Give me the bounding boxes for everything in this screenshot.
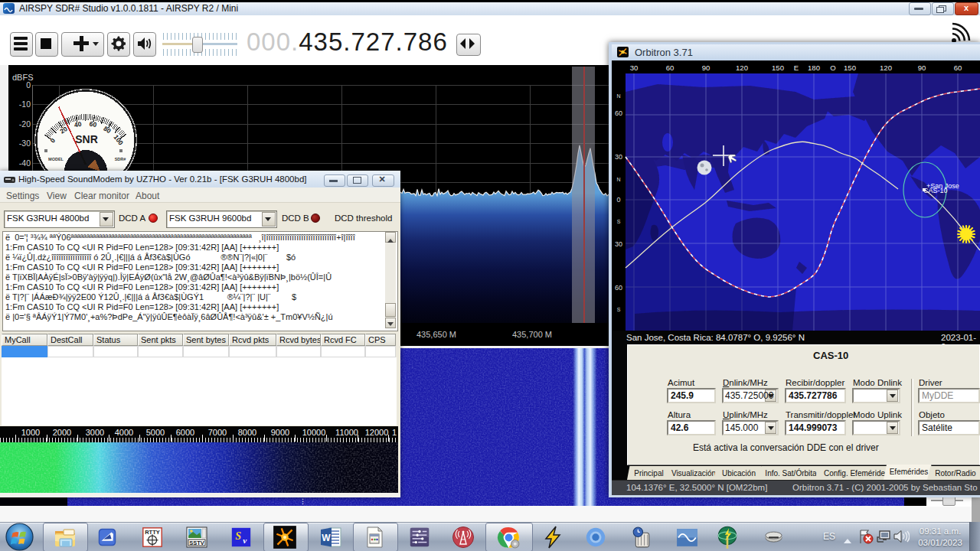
svg-text:150: 150 (772, 64, 784, 72)
svg-text:0: 0 (26, 80, 31, 90)
svg-text:30: 30 (615, 240, 622, 248)
svg-text:-30: -30 (19, 139, 31, 148)
svg-text:N: N (616, 177, 620, 182)
svg-text:S: S (617, 307, 621, 312)
svg-text:90: 90 (918, 64, 926, 72)
svg-text:435,650 M: 435,650 M (416, 330, 456, 339)
svg-text:CAS-10: CAS-10 (923, 187, 948, 194)
svg-text:MODEL: MODEL (48, 157, 64, 161)
svg-text:30: 30 (615, 153, 622, 161)
svg-text:60: 60 (615, 284, 622, 292)
svg-text:90: 90 (702, 64, 710, 72)
svg-text:60: 60 (954, 64, 962, 72)
svg-text:SSTV: SSTV (189, 540, 204, 546)
svg-text:SNR: SNR (75, 133, 98, 145)
svg-text:S: S (617, 219, 621, 224)
svg-text:⋮: ⋮ (299, 497, 306, 505)
svg-text:-10: -10 (19, 99, 31, 109)
svg-text:435,700 M: 435,700 M (512, 330, 552, 339)
svg-text:150: 150 (844, 64, 856, 72)
svg-text:W: W (322, 533, 331, 543)
svg-text:-40: -40 (19, 158, 31, 168)
svg-text:N: N (616, 93, 620, 99)
svg-text:0: 0 (616, 196, 620, 204)
svg-text:60: 60 (666, 64, 675, 72)
svg-text:E: E (794, 64, 799, 72)
svg-text:60: 60 (89, 120, 97, 129)
svg-text:60: 60 (615, 109, 622, 117)
svg-text:-20: -20 (19, 119, 31, 129)
svg-text:S: S (235, 530, 241, 542)
svg-text:30: 30 (630, 64, 639, 72)
svg-text:O: O (830, 64, 835, 72)
svg-text:SDR#: SDR# (115, 157, 126, 161)
svg-text:120: 120 (736, 64, 748, 72)
svg-text:120: 120 (880, 64, 892, 72)
svg-text:180: 180 (808, 64, 820, 72)
